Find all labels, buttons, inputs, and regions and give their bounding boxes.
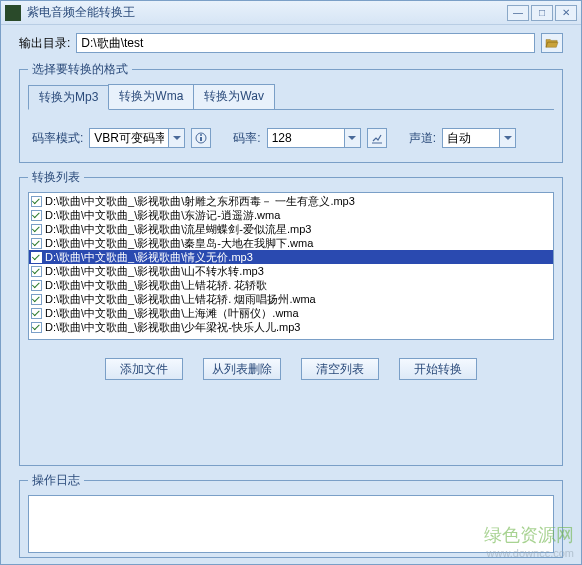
- list-item-path: D:\歌曲\中文歌曲_\影视歌曲\少年梁祝-快乐人儿.mp3: [45, 320, 300, 335]
- checkbox-icon[interactable]: [31, 210, 42, 221]
- bitrate-mode-label: 码率模式:: [32, 130, 83, 147]
- checkbox-icon[interactable]: [31, 294, 42, 305]
- settings-row: 码率模式: 码率: 声道:: [28, 128, 554, 154]
- info-icon: [195, 132, 207, 144]
- bitrate-input[interactable]: [268, 129, 344, 147]
- button-row: 添加文件 从列表删除 清空列表 开始转换: [28, 354, 554, 384]
- list-item-path: D:\歌曲\中文歌曲_\影视歌曲\上错花轿. 烟雨唱扬州.wma: [45, 292, 316, 307]
- minimize-button[interactable]: —: [507, 5, 529, 21]
- browse-button[interactable]: [541, 33, 563, 53]
- clear-button[interactable]: 清空列表: [301, 358, 379, 380]
- tab-wav[interactable]: 转换为Wav: [193, 84, 275, 109]
- start-button[interactable]: 开始转换: [399, 358, 477, 380]
- maximize-button[interactable]: □: [531, 5, 553, 21]
- checkbox-icon[interactable]: [31, 252, 42, 263]
- channel-label: 声道:: [409, 130, 436, 147]
- list-item[interactable]: D:\歌曲\中文歌曲_\影视歌曲\射雕之东邪西毒－ 一生有意义.mp3: [29, 194, 553, 208]
- list-item[interactable]: D:\歌曲\中文歌曲_\影视歌曲\流星蝴蝶剑-爱似流星.mp3: [29, 222, 553, 236]
- app-window: 紫电音频全能转换王 — □ ✕ 输出目录: 选择要转换的格式 转换为Mp3转换为…: [0, 0, 582, 565]
- bitrate-mode-help-button[interactable]: [191, 128, 211, 148]
- bitrate-help-button[interactable]: [367, 128, 387, 148]
- format-legend: 选择要转换的格式: [28, 61, 132, 78]
- tab-wma[interactable]: 转换为Wma: [108, 84, 194, 109]
- checkbox-icon[interactable]: [31, 322, 42, 333]
- svg-rect-1: [200, 137, 202, 141]
- checkbox-icon[interactable]: [31, 308, 42, 319]
- log-legend: 操作日志: [28, 472, 84, 489]
- tab-mp3[interactable]: 转换为Mp3: [28, 85, 109, 110]
- list-item-path: D:\歌曲\中文歌曲_\影视歌曲\射雕之东邪西毒－ 一生有意义.mp3: [45, 194, 355, 209]
- app-icon: [5, 5, 21, 21]
- bitrate-combo[interactable]: [267, 128, 361, 148]
- list-item[interactable]: D:\歌曲\中文歌曲_\影视歌曲\东游记-逍遥游.wma: [29, 208, 553, 222]
- checkbox-icon[interactable]: [31, 196, 42, 207]
- window-title: 紫电音频全能转换王: [27, 4, 507, 21]
- list-item[interactable]: D:\歌曲\中文歌曲_\影视歌曲\上海滩（叶丽仪）.wma: [29, 306, 553, 320]
- folder-open-icon: [545, 37, 559, 49]
- close-button[interactable]: ✕: [555, 5, 577, 21]
- dropdown-icon[interactable]: [499, 129, 515, 147]
- list-item-path: D:\歌曲\中文歌曲_\影视歌曲\东游记-逍遥游.wma: [45, 208, 280, 223]
- bitrate-mode-input[interactable]: [90, 129, 168, 147]
- remove-button[interactable]: 从列表删除: [203, 358, 281, 380]
- checkbox-icon[interactable]: [31, 280, 42, 291]
- bitrate-label: 码率:: [233, 130, 260, 147]
- list-item-path: D:\歌曲\中文歌曲_\影视歌曲\上错花轿. 花轿歌: [45, 278, 267, 293]
- list-item[interactable]: D:\歌曲\中文歌曲_\影视歌曲\少年梁祝-快乐人儿.mp3: [29, 320, 553, 334]
- list-item-path: D:\歌曲\中文歌曲_\影视歌曲\流星蝴蝶剑-爱似流星.mp3: [45, 222, 311, 237]
- checkbox-icon[interactable]: [31, 266, 42, 277]
- dropdown-icon[interactable]: [344, 129, 360, 147]
- bitrate-mode-combo[interactable]: [89, 128, 185, 148]
- output-row: 输出目录:: [19, 33, 563, 53]
- list-item-path: D:\歌曲\中文歌曲_\影视歌曲\秦皇岛-大地在我脚下.wma: [45, 236, 313, 251]
- list-item-path: D:\歌曲\中文歌曲_\影视歌曲\上海滩（叶丽仪）.wma: [45, 306, 299, 321]
- svg-point-2: [200, 134, 202, 136]
- list-item[interactable]: D:\歌曲\中文歌曲_\影视歌曲\山不转水转.mp3: [29, 264, 553, 278]
- list-item-path: D:\歌曲\中文歌曲_\影视歌曲\情义无价.mp3: [45, 250, 253, 265]
- channel-input[interactable]: [443, 129, 499, 147]
- channel-combo[interactable]: [442, 128, 516, 148]
- list-item[interactable]: D:\歌曲\中文歌曲_\影视歌曲\上错花轿. 烟雨唱扬州.wma: [29, 292, 553, 306]
- add-file-button[interactable]: 添加文件: [105, 358, 183, 380]
- titlebar: 紫电音频全能转换王 — □ ✕: [1, 1, 581, 25]
- list-item[interactable]: D:\歌曲\中文歌曲_\影视歌曲\秦皇岛-大地在我脚下.wma: [29, 236, 553, 250]
- output-label: 输出目录:: [19, 35, 70, 52]
- checkbox-icon[interactable]: [31, 224, 42, 235]
- list-fieldset: 转换列表 D:\歌曲\中文歌曲_\影视歌曲\射雕之东邪西毒－ 一生有意义.mp3…: [19, 169, 563, 466]
- list-item[interactable]: D:\歌曲\中文歌曲_\影视歌曲\上错花轿. 花轿歌: [29, 278, 553, 292]
- checkbox-icon[interactable]: [31, 238, 42, 249]
- format-fieldset: 选择要转换的格式 转换为Mp3转换为Wma转换为Wav 码率模式: 码率:: [19, 61, 563, 163]
- list-item-path: D:\歌曲\中文歌曲_\影视歌曲\山不转水转.mp3: [45, 264, 264, 279]
- list-legend: 转换列表: [28, 169, 84, 186]
- format-tabs: 转换为Mp3转换为Wma转换为Wav: [28, 84, 554, 110]
- conversion-listbox[interactable]: D:\歌曲\中文歌曲_\影视歌曲\射雕之东邪西毒－ 一生有意义.mp3D:\歌曲…: [28, 192, 554, 340]
- chart-icon: [371, 132, 383, 144]
- output-path-input[interactable]: [76, 33, 535, 53]
- log-fieldset: 操作日志: [19, 472, 563, 558]
- log-textarea[interactable]: [28, 495, 554, 553]
- list-item[interactable]: D:\歌曲\中文歌曲_\影视歌曲\情义无价.mp3: [29, 250, 553, 264]
- dropdown-icon[interactable]: [168, 129, 184, 147]
